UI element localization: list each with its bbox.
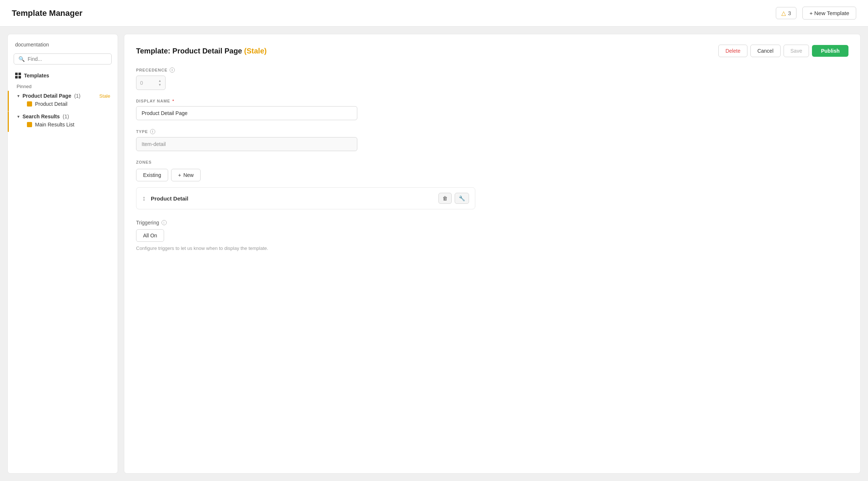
tree-child-product-detail[interactable]: Product Detail bbox=[17, 99, 110, 109]
page-title: Template Manager bbox=[12, 8, 83, 18]
templates-header: Templates bbox=[14, 70, 112, 81]
templates-label: Templates bbox=[24, 73, 49, 79]
required-asterisk: * bbox=[172, 99, 174, 103]
plus-icon: + bbox=[178, 172, 181, 178]
tree-parent-count-product-detail: (1) bbox=[74, 93, 80, 99]
search-box: 🔍 bbox=[14, 53, 112, 65]
new-zone-button[interactable]: + New bbox=[171, 169, 201, 181]
type-label: TYPE i bbox=[136, 129, 848, 134]
panel-header: Template: Product Detail Page (Stale) De… bbox=[136, 45, 848, 57]
wrench-icon: 🔧 bbox=[459, 195, 465, 201]
zone-icon-product-detail bbox=[27, 101, 32, 107]
tree-parent-product-detail: ▼ Product Detail Page (1) Stale bbox=[17, 93, 110, 99]
save-button[interactable]: Save bbox=[784, 45, 809, 57]
search-icon: 🔍 bbox=[18, 56, 25, 62]
collapse-arrow-product-detail[interactable]: ▼ bbox=[17, 94, 20, 98]
panel-title-text: Template: Product Detail Page bbox=[136, 47, 242, 55]
warning-count: 3 bbox=[788, 10, 791, 16]
zone-row-name: Product Detail bbox=[151, 195, 433, 202]
pinned-label: Pinned bbox=[14, 82, 112, 91]
drag-arrows-icon: ↕ bbox=[142, 195, 146, 202]
stale-badge-product-detail: Stale bbox=[99, 93, 110, 99]
tree-parent-label-product-detail: Product Detail Page bbox=[22, 93, 71, 99]
templates-section: Templates Pinned ▼ Product Detail Page (… bbox=[8, 70, 118, 132]
site-name: documentation bbox=[8, 42, 118, 53]
top-bar-actions: △ 3 + New Template bbox=[776, 7, 856, 20]
header-actions: Delete Cancel Save Publish bbox=[718, 45, 848, 57]
type-field-group: TYPE i Item-detail bbox=[136, 129, 848, 151]
zone-row: ↕ Product Detail 🗑 🔧 bbox=[136, 187, 475, 209]
triggering-section: Triggering i All On Configure triggers t… bbox=[136, 220, 848, 251]
cancel-button[interactable]: Cancel bbox=[750, 45, 781, 57]
search-input[interactable] bbox=[28, 56, 107, 62]
publish-button[interactable]: Publish bbox=[812, 45, 848, 57]
tree-parent-count-search-results: (1) bbox=[63, 114, 69, 119]
new-template-button[interactable]: + New Template bbox=[802, 7, 856, 20]
tree-item-product-detail-page[interactable]: ▼ Product Detail Page (1) Stale Product … bbox=[14, 91, 112, 111]
panel-title: Template: Product Detail Page (Stale) bbox=[136, 47, 267, 55]
tree-item-search-results[interactable]: ▼ Search Results (1) Main Results List bbox=[14, 111, 112, 132]
tree-child-label-product-detail: Product Detail bbox=[35, 101, 67, 107]
sidebar: documentation 🔍 Templates Pinned ▼ Produ… bbox=[7, 34, 118, 474]
tree-parent-label-search-results: Search Results bbox=[22, 114, 60, 119]
panel-stale-label: (Stale) bbox=[244, 47, 267, 55]
display-name-input[interactable] bbox=[136, 106, 357, 120]
existing-button[interactable]: Existing bbox=[136, 169, 168, 181]
grid-icon bbox=[15, 73, 21, 79]
triggering-hint: Configure triggers to let us know when t… bbox=[136, 245, 848, 251]
all-on-button[interactable]: All On bbox=[136, 229, 164, 242]
delete-button[interactable]: Delete bbox=[718, 45, 747, 57]
spinner-arrows[interactable]: ▲ ▼ bbox=[158, 79, 162, 87]
content-panel: Template: Product Detail Page (Stale) De… bbox=[124, 34, 861, 474]
zone-actions: 🗑 🔧 bbox=[438, 193, 469, 204]
tree-child-label-main-results: Main Results List bbox=[35, 122, 74, 128]
collapse-arrow-search-results[interactable]: ▼ bbox=[17, 115, 20, 119]
precedence-value: 0 bbox=[140, 80, 143, 86]
trash-icon: 🗑 bbox=[442, 195, 448, 201]
main-layout: documentation 🔍 Templates Pinned ▼ Produ… bbox=[0, 27, 868, 481]
zone-icon-main-results bbox=[27, 122, 32, 127]
display-name-label: DISPLAY NAME * bbox=[136, 99, 848, 103]
type-info-icon[interactable]: i bbox=[150, 129, 155, 134]
precedence-info-icon[interactable]: i bbox=[170, 67, 175, 73]
zones-buttons: Existing + New bbox=[136, 169, 848, 181]
zones-label: ZONES bbox=[136, 160, 848, 164]
triggering-info-icon[interactable]: i bbox=[162, 220, 167, 225]
settings-zone-button[interactable]: 🔧 bbox=[455, 193, 469, 204]
tree-child-main-results-list[interactable]: Main Results List bbox=[17, 119, 110, 130]
tree-parent-search-results: ▼ Search Results (1) bbox=[17, 114, 110, 119]
precedence-field-group: PRECEDENCE i 0 ▲ ▼ bbox=[136, 67, 848, 90]
delete-zone-button[interactable]: 🗑 bbox=[438, 193, 452, 204]
precedence-input[interactable]: 0 ▲ ▼ bbox=[136, 76, 166, 90]
warning-icon: △ bbox=[781, 10, 786, 17]
triggering-label: Triggering i bbox=[136, 220, 848, 226]
drag-handle[interactable]: ↕ bbox=[142, 195, 146, 202]
type-value: Item-detail bbox=[136, 137, 357, 151]
precedence-label: PRECEDENCE i bbox=[136, 67, 848, 73]
display-name-field-group: DISPLAY NAME * bbox=[136, 99, 848, 120]
warning-badge[interactable]: △ 3 bbox=[776, 7, 796, 19]
zones-field-group: ZONES Existing + New ↕ Product Detail 🗑 bbox=[136, 160, 848, 209]
top-bar: Template Manager △ 3 + New Template bbox=[0, 0, 868, 27]
